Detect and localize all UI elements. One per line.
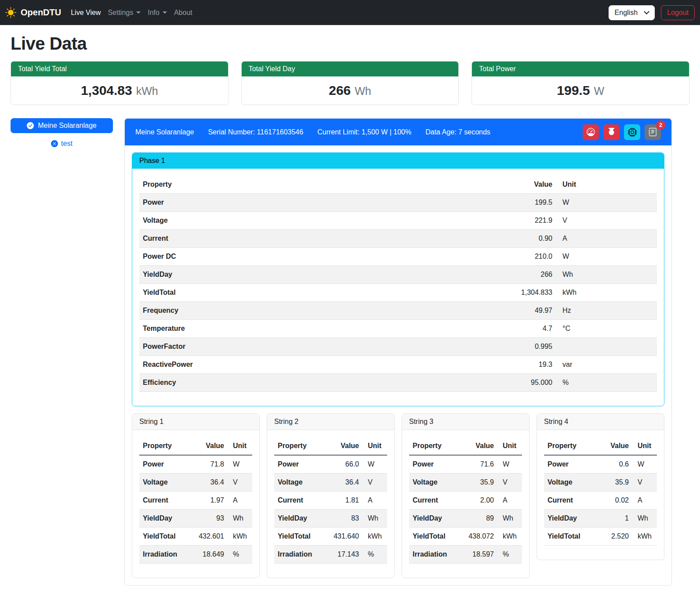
column-header-value: Value bbox=[459, 437, 497, 455]
value-cell: 0.02 bbox=[598, 492, 632, 510]
unit-cell: kWh bbox=[363, 528, 387, 546]
string-1-card: String 1 Property Value Unit bbox=[132, 413, 260, 578]
table-row: Efficiency95.000% bbox=[139, 374, 657, 392]
inverter-limit: Current Limit: 1,500 W | 100% bbox=[317, 128, 411, 136]
property-cell: YieldDay bbox=[544, 510, 598, 528]
table-row: YieldDay83Wh bbox=[274, 510, 387, 528]
total-yield-total-card: Total Yield Total 1,304.83kWh bbox=[11, 61, 228, 105]
property-cell: YieldDay bbox=[274, 510, 324, 528]
property-cell: ReactivePower bbox=[139, 356, 388, 374]
column-header-unit: Unit bbox=[497, 437, 522, 455]
property-cell: Temperature bbox=[139, 320, 388, 338]
property-cell: YieldDay bbox=[409, 510, 459, 528]
device-info-button[interactable] bbox=[624, 124, 640, 140]
value-cell: 432.601 bbox=[189, 528, 228, 546]
card-value: 1,304.83 bbox=[81, 83, 132, 98]
value-cell: 36.4 bbox=[189, 474, 228, 492]
property-cell: PowerFactor bbox=[139, 338, 388, 356]
table-row: PowerFactor0.995 bbox=[139, 338, 657, 356]
value-cell: 438.072 bbox=[459, 528, 497, 546]
string-card-title: String 1 bbox=[132, 414, 259, 430]
property-cell: Current bbox=[139, 492, 189, 510]
value-cell: 221.9 bbox=[388, 212, 556, 230]
value-cell: 1.81 bbox=[324, 492, 363, 510]
phase-table: Property Value Unit Power199.5WVoltage22… bbox=[139, 176, 657, 392]
unit-cell: W bbox=[363, 455, 387, 474]
table-row: Irradiation18.597% bbox=[409, 546, 522, 564]
chevron-down-icon bbox=[644, 9, 649, 14]
string-4-card: String 4 Property Value Unit bbox=[537, 413, 664, 560]
property-cell: Current bbox=[544, 492, 598, 510]
card-unit: Wh bbox=[355, 85, 371, 97]
unit-cell: W bbox=[556, 194, 657, 212]
table-row: Voltage35.9V bbox=[544, 474, 657, 492]
unit-cell: kWh bbox=[556, 284, 657, 302]
value-cell: 95.000 bbox=[388, 374, 556, 392]
unit-cell: A bbox=[632, 492, 657, 510]
limit-settings-button[interactable] bbox=[583, 124, 599, 140]
table-row: Power66.0W bbox=[274, 455, 387, 474]
unit-cell: Hz bbox=[556, 302, 657, 320]
property-cell: Power bbox=[274, 455, 324, 474]
power-settings-button[interactable] bbox=[603, 124, 620, 140]
logout-button[interactable]: Logout bbox=[661, 5, 695, 20]
table-row: Temperature4.7°C bbox=[139, 320, 657, 338]
table-row: Power0.6W bbox=[544, 455, 657, 474]
strings-row: String 1 Property Value Unit bbox=[132, 413, 664, 578]
unit-cell: W bbox=[632, 455, 657, 474]
value-cell: 266 bbox=[388, 266, 556, 284]
table-row: Current1.81A bbox=[274, 492, 387, 510]
card-value: 199.5 bbox=[557, 83, 590, 98]
unit-cell: var bbox=[556, 356, 657, 374]
property-cell: YieldTotal bbox=[274, 528, 324, 546]
unit-cell: % bbox=[556, 374, 657, 392]
column-header-property: Property bbox=[409, 437, 459, 455]
page-title: Live Data bbox=[11, 34, 689, 54]
property-cell: YieldTotal bbox=[139, 528, 189, 546]
column-header-property: Property bbox=[274, 437, 324, 455]
value-cell: 199.5 bbox=[388, 194, 556, 212]
property-cell: Irradiation bbox=[274, 546, 324, 564]
nav-link-settings[interactable]: Settings bbox=[104, 5, 144, 20]
value-cell: 19.3 bbox=[388, 356, 556, 374]
power-icon bbox=[607, 128, 616, 136]
inverter-name: Meine Solaranlage bbox=[135, 128, 194, 136]
unit-cell: W bbox=[556, 248, 657, 266]
language-select[interactable]: English bbox=[609, 5, 655, 20]
x-circle-icon bbox=[51, 140, 58, 147]
property-cell: Voltage bbox=[409, 474, 459, 492]
value-cell: 89 bbox=[459, 510, 497, 528]
inverter-panel-header: Meine Solaranlage Serial Number: 1161716… bbox=[125, 119, 671, 145]
table-row: Power199.5W bbox=[139, 194, 657, 212]
brand-logo[interactable]: OpenDTU bbox=[5, 7, 61, 18]
event-log-button[interactable]: 2 bbox=[645, 124, 661, 140]
unit-cell: W bbox=[228, 455, 252, 474]
nav-link-about[interactable]: About bbox=[170, 5, 196, 20]
table-row: Power71.8W bbox=[139, 455, 252, 474]
property-cell: YieldDay bbox=[139, 510, 189, 528]
property-cell: Frequency bbox=[139, 302, 388, 320]
brand-title: OpenDTU bbox=[21, 7, 61, 18]
property-cell: YieldTotal bbox=[544, 528, 598, 546]
value-cell: 35.9 bbox=[459, 474, 497, 492]
chevron-down-icon bbox=[163, 11, 167, 14]
value-cell: 0.90 bbox=[388, 230, 556, 248]
nav-link-info[interactable]: Info bbox=[144, 5, 170, 20]
table-row: Voltage221.9V bbox=[139, 212, 657, 230]
unit-cell: Wh bbox=[497, 510, 522, 528]
value-cell: 35.9 bbox=[598, 474, 632, 492]
table-row: Frequency49.97Hz bbox=[139, 302, 657, 320]
inverter-select-button-meine-solaranlage[interactable]: Meine Solaranlage bbox=[11, 118, 113, 133]
table-row: ReactivePower19.3var bbox=[139, 356, 657, 374]
table-row: Current0.90A bbox=[139, 230, 657, 248]
unit-cell: V bbox=[228, 474, 252, 492]
inverter-selector-sidebar: Meine Solaranlage test bbox=[11, 118, 113, 148]
property-cell: Power DC bbox=[139, 248, 388, 266]
nav-link-live-view[interactable]: Live View bbox=[67, 5, 104, 20]
inverter-select-button-test[interactable]: test bbox=[11, 140, 113, 148]
string-card-title: String 4 bbox=[537, 414, 664, 430]
value-cell: 49.97 bbox=[388, 302, 556, 320]
unit-cell: °C bbox=[556, 320, 657, 338]
table-row: Power71.6W bbox=[409, 455, 522, 474]
property-cell: Voltage bbox=[274, 474, 324, 492]
